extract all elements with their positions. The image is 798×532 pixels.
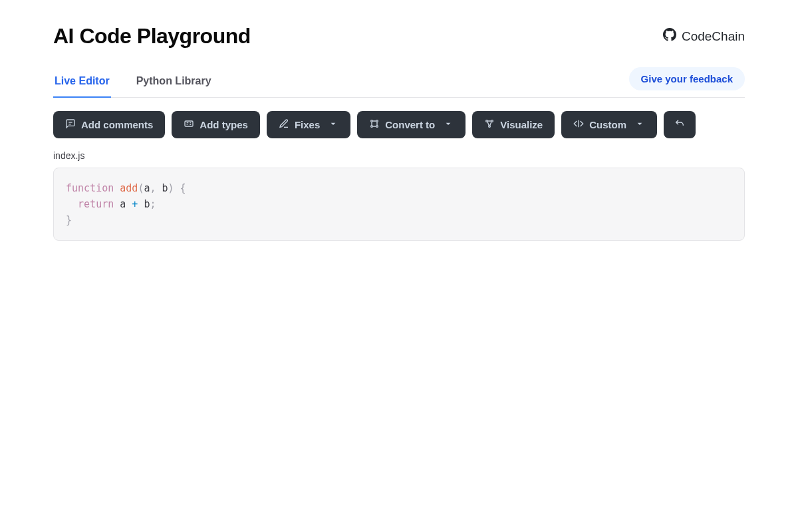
page-title: AI Code Playground (53, 24, 251, 49)
chevron-down-icon (443, 118, 454, 131)
code-punct: , (150, 182, 156, 194)
visualize-button[interactable]: Visualize (472, 111, 555, 138)
svg-point-3 (371, 120, 373, 122)
code-keyword: function (66, 182, 114, 194)
custom-label: Custom (589, 119, 626, 130)
svg-point-5 (371, 126, 373, 128)
undo-button[interactable] (664, 111, 696, 138)
code-keyword: return (78, 198, 114, 210)
tabs: Live Editor Python Library (53, 68, 213, 97)
custom-button[interactable]: Custom (561, 111, 657, 138)
code-operator: + (132, 198, 138, 210)
svg-point-7 (486, 120, 488, 122)
toolbar: Add comments Add types Fixes Convert to (53, 111, 745, 138)
undo-icon (674, 118, 685, 131)
svg-point-8 (491, 120, 493, 122)
svg-point-6 (376, 126, 378, 128)
tab-live-editor[interactable]: Live Editor (53, 68, 111, 98)
convert-icon (369, 118, 380, 131)
github-icon (663, 28, 676, 45)
pencil-icon (279, 118, 289, 131)
add-comments-label: Add comments (81, 119, 153, 130)
svg-point-9 (489, 126, 491, 128)
visualize-icon (484, 118, 495, 131)
svg-rect-2 (185, 121, 193, 126)
brand-label: CodeChain (682, 29, 745, 44)
chevron-down-icon (634, 118, 645, 131)
code-punct: } (66, 214, 72, 226)
code-punct: { (180, 182, 186, 194)
add-comments-button[interactable]: Add comments (53, 111, 165, 138)
types-icon (184, 118, 194, 131)
code-fn-name: add (120, 182, 138, 194)
tab-python-library[interactable]: Python Library (135, 68, 213, 98)
fixes-button[interactable]: Fixes (267, 111, 350, 138)
comment-icon (65, 118, 76, 131)
code-ident: b (162, 182, 168, 194)
convert-to-label: Convert to (385, 119, 435, 130)
code-icon (573, 118, 584, 131)
code-ident: a (120, 198, 126, 210)
svg-point-4 (376, 120, 378, 122)
convert-to-button[interactable]: Convert to (357, 111, 466, 138)
code-editor[interactable]: function add(a, b) { return a + b; } (53, 168, 745, 241)
code-punct: ) (168, 182, 174, 194)
feedback-button[interactable]: Give your feedback (629, 67, 745, 90)
visualize-label: Visualize (500, 119, 543, 130)
fixes-label: Fixes (295, 119, 320, 130)
chevron-down-icon (328, 118, 338, 131)
brand-link[interactable]: CodeChain (663, 28, 745, 45)
filename-label: index.js (53, 150, 745, 161)
add-types-label: Add types (200, 119, 248, 130)
add-types-button[interactable]: Add types (172, 111, 260, 138)
code-punct: ; (150, 198, 156, 210)
